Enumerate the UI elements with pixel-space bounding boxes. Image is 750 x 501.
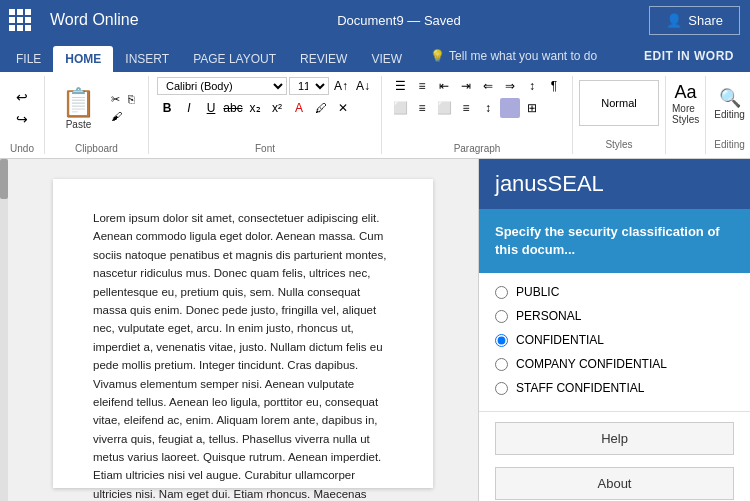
- doc-title-area: Document9 — Saved: [149, 13, 650, 28]
- borders-button[interactable]: ⊞: [522, 98, 542, 118]
- para-row-2: ⬜ ≡ ⬜ ≡ ↕ ⊞: [390, 98, 564, 118]
- format-painter-button[interactable]: 🖌: [108, 109, 138, 123]
- document-page: Lorem ipsum dolor sit amet, consectetuer…: [53, 179, 433, 488]
- radio-company-confidential[interactable]: [495, 358, 508, 371]
- subscript-button[interactable]: x₂: [245, 98, 265, 118]
- font-size-down-button[interactable]: A↓: [353, 76, 373, 96]
- tab-insert[interactable]: INSERT: [113, 46, 181, 72]
- tell-me-text: Tell me what you want to do: [449, 49, 597, 63]
- option-public-label: PUBLIC: [516, 285, 559, 299]
- more-styles-icon: Aa: [675, 82, 697, 103]
- tab-review[interactable]: REVIEW: [288, 46, 359, 72]
- tab-bar: FILE HOME INSERT PAGE LAYOUT REVIEW VIEW…: [0, 40, 750, 72]
- italic-button[interactable]: I: [179, 98, 199, 118]
- option-personal-label: PERSONAL: [516, 309, 581, 323]
- highlight-button[interactable]: 🖊: [311, 98, 331, 118]
- editing-button[interactable]: 🔍 Editing: [714, 80, 745, 126]
- undo-group-label: Undo: [8, 139, 36, 154]
- share-icon: 👤: [666, 13, 682, 28]
- shading-button[interactable]: [500, 98, 520, 118]
- undo-button[interactable]: ↩: [12, 87, 32, 107]
- justify-button[interactable]: ≡: [456, 98, 476, 118]
- option-confidential-label: CONFIDENTIAL: [516, 333, 604, 347]
- superscript-button[interactable]: x²: [267, 98, 287, 118]
- align-right-button[interactable]: ⬜: [434, 98, 454, 118]
- waffle-menu-button[interactable]: [0, 0, 40, 40]
- doc-separator: —: [407, 13, 424, 28]
- bold-button[interactable]: B: [157, 98, 177, 118]
- option-confidential[interactable]: CONFIDENTIAL: [495, 333, 734, 347]
- align-left-button[interactable]: ⬜: [390, 98, 410, 118]
- styles-group-label: Styles: [579, 135, 659, 150]
- redo-button[interactable]: ↪: [12, 109, 32, 129]
- numbering-button[interactable]: ≡: [412, 76, 432, 96]
- paragraph-group: ☰ ≡ ⇤ ⇥ ⇐ ⇒ ↕ ¶ ⬜ ≡ ⬜ ≡ ↕ ⊞ Paragraph: [382, 76, 573, 154]
- styles-group: Normal Styles: [573, 76, 666, 154]
- document-text: Lorem ipsum dolor sit amet, consectetuer…: [93, 209, 393, 501]
- clipboard-group: 📋 Paste ✂ ⎘ 🖌 Clipboard: [45, 76, 149, 154]
- share-button[interactable]: 👤 Share: [649, 6, 740, 35]
- font-family-select[interactable]: Calibri (Body): [157, 77, 287, 95]
- clear-formatting-button[interactable]: ✕: [333, 98, 353, 118]
- more-styles-button[interactable]: Aa More Styles: [672, 80, 699, 126]
- tell-me-area[interactable]: 💡 Tell me what you want to do: [422, 49, 605, 63]
- app-title: Word Online: [40, 11, 149, 29]
- option-personal[interactable]: PERSONAL: [495, 309, 734, 323]
- ribbon: ↩ ↪ Undo 📋 Paste ✂ ⎘ 🖌 Clipboard: [0, 72, 750, 159]
- rtl-button[interactable]: ⇐: [478, 76, 498, 96]
- tab-home[interactable]: HOME: [53, 46, 113, 72]
- clipboard-controls: 📋 Paste ✂ ⎘ 🖌: [53, 76, 140, 139]
- font-size-select[interactable]: 11: [289, 77, 329, 95]
- radio-personal[interactable]: [495, 310, 508, 323]
- radio-staff-confidential[interactable]: [495, 382, 508, 395]
- undo-redo-group: ↩ ↪ Undo: [0, 76, 45, 154]
- font-group: Calibri (Body) 11 A↑ A↓ B I U abc x₂ x² …: [149, 76, 382, 154]
- panel-options: PUBLIC PERSONAL CONFIDENTIAL COMPANY CON…: [479, 273, 750, 407]
- ltr-button[interactable]: ⇒: [500, 76, 520, 96]
- cut-button[interactable]: ✂: [108, 92, 123, 107]
- option-public[interactable]: PUBLIC: [495, 285, 734, 299]
- sort-button[interactable]: ↕: [522, 76, 542, 96]
- help-button[interactable]: Help: [495, 422, 734, 455]
- document-scroll-area: Lorem ipsum dolor sit amet, consectetuer…: [8, 159, 478, 501]
- radio-confidential[interactable]: [495, 334, 508, 347]
- panel-subtitle: Specify the security classification of t…: [479, 209, 750, 273]
- tab-file[interactable]: FILE: [4, 46, 53, 72]
- show-marks-button[interactable]: ¶: [544, 76, 564, 96]
- para-row-1: ☰ ≡ ⇤ ⇥ ⇐ ⇒ ↕ ¶: [390, 76, 564, 96]
- title-bar: Word Online Document9 — Saved 👤 Share: [0, 0, 750, 40]
- font-size-up-button[interactable]: A↑: [331, 76, 351, 96]
- about-button[interactable]: About: [495, 467, 734, 500]
- radio-public[interactable]: [495, 286, 508, 299]
- edit-in-word-button[interactable]: EDIT IN WORD: [628, 49, 750, 63]
- paste-button[interactable]: 📋 Paste: [53, 82, 104, 134]
- align-center-button[interactable]: ≡: [412, 98, 432, 118]
- option-company-confidential-label: COMPANY CONFIDENTIAL: [516, 357, 667, 371]
- font-row-2: B I U abc x₂ x² A 🖊 ✕: [157, 98, 373, 118]
- font-color-button[interactable]: A: [289, 98, 309, 118]
- line-spacing-button[interactable]: ↕: [478, 98, 498, 118]
- increase-indent-button[interactable]: ⇥: [456, 76, 476, 96]
- editing-group-label: Editing: [714, 135, 745, 150]
- option-company-confidential[interactable]: COMPANY CONFIDENTIAL: [495, 357, 734, 371]
- option-staff-confidential[interactable]: STAFF CONFIDENTIAL: [495, 381, 734, 395]
- doc-title: Document9: [337, 13, 403, 28]
- normal-style[interactable]: Normal: [601, 97, 636, 109]
- font-row-1: Calibri (Body) 11 A↑ A↓: [157, 76, 373, 96]
- lightbulb-icon: 💡: [430, 49, 445, 63]
- waffle-grid-icon: [9, 9, 31, 31]
- strikethrough-button[interactable]: abc: [223, 98, 243, 118]
- styles-sub-label: [672, 146, 699, 150]
- scroll-bar[interactable]: [0, 159, 8, 501]
- decrease-indent-button[interactable]: ⇤: [434, 76, 454, 96]
- saved-status: Saved: [424, 13, 461, 28]
- bullets-button[interactable]: ☰: [390, 76, 410, 96]
- font-group-label: Font: [157, 139, 373, 154]
- tab-view[interactable]: VIEW: [359, 46, 414, 72]
- editing-group: 🔍 Editing Editing: [706, 76, 750, 154]
- underline-button[interactable]: U: [201, 98, 221, 118]
- copy-button[interactable]: ⎘: [125, 92, 138, 107]
- undo-redo-buttons: ↩ ↪: [8, 83, 36, 133]
- tab-page-layout[interactable]: PAGE LAYOUT: [181, 46, 288, 72]
- scroll-thumb[interactable]: [0, 159, 8, 199]
